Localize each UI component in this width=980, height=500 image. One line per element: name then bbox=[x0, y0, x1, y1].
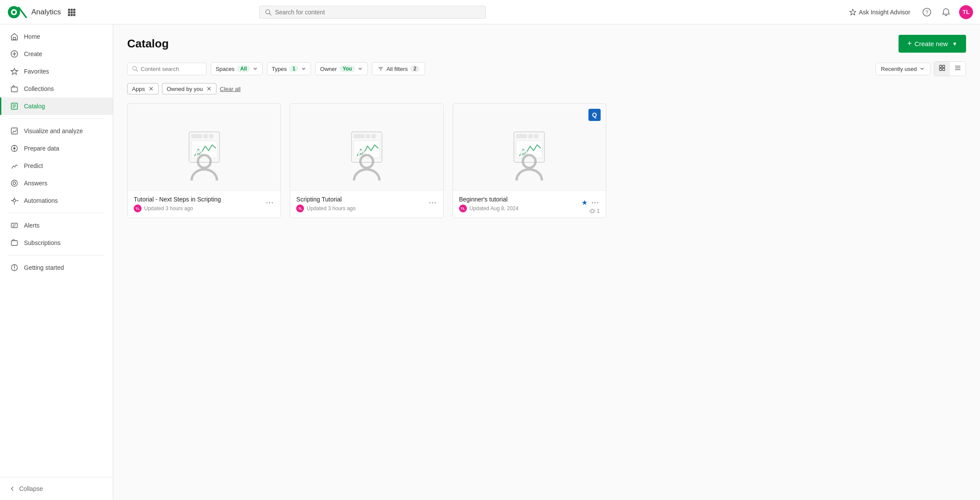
svg-rect-10 bbox=[68, 14, 70, 16]
app-logo[interactable]: Analytics bbox=[7, 5, 61, 19]
sidebar-item-create[interactable]: Create bbox=[0, 45, 113, 63]
sidebar-label-answers: Answers bbox=[24, 180, 47, 187]
card-owner-icon-1 bbox=[187, 149, 222, 186]
svg-rect-5 bbox=[71, 9, 73, 11]
sort-button[interactable]: Recently used bbox=[875, 63, 930, 75]
card-title-2: Scripting Tutorial bbox=[296, 196, 355, 203]
search-filter-icon bbox=[132, 66, 138, 72]
svg-text:?: ? bbox=[926, 10, 929, 16]
content-search-filter[interactable] bbox=[127, 63, 206, 75]
chevron-down-icon bbox=[253, 66, 258, 71]
svg-rect-51 bbox=[943, 68, 945, 70]
svg-rect-6 bbox=[73, 9, 75, 11]
list-icon bbox=[954, 64, 961, 71]
collections-icon bbox=[10, 84, 19, 93]
card-title-3: Beginner's tutorial bbox=[459, 196, 519, 203]
filter-tag-owned-by-you[interactable]: Owned by you ✕ bbox=[162, 83, 216, 94]
card-more-button-1[interactable]: ⋯ bbox=[265, 197, 274, 208]
topbar: Analytics Ask Insight Advisor ? TL bbox=[0, 0, 980, 24]
svg-rect-36 bbox=[11, 223, 17, 228]
svg-rect-50 bbox=[939, 68, 942, 70]
sidebar-item-home[interactable]: Home bbox=[0, 28, 113, 45]
svg-rect-65 bbox=[372, 134, 376, 138]
bell-icon bbox=[942, 8, 950, 17]
card-avatar-2: TL bbox=[296, 205, 304, 212]
all-filters-button[interactable]: All filters 2 bbox=[372, 62, 425, 75]
notifications-button[interactable] bbox=[940, 6, 952, 18]
svg-rect-48 bbox=[939, 65, 942, 67]
svg-rect-11 bbox=[71, 14, 73, 16]
card-avatar-3: TL bbox=[459, 205, 467, 212]
answers-icon bbox=[10, 179, 19, 188]
prepare-icon bbox=[10, 144, 19, 153]
sidebar-item-predict[interactable]: Predict bbox=[0, 157, 113, 174]
list-view-button[interactable] bbox=[950, 62, 966, 76]
predict-icon bbox=[10, 161, 19, 170]
sidebar-collapse-button[interactable]: Collapse bbox=[0, 481, 113, 497]
card-more-button-2[interactable]: ⋯ bbox=[428, 197, 437, 208]
filter-tag-apps[interactable]: Apps ✕ bbox=[127, 83, 159, 94]
star-icon bbox=[10, 67, 19, 76]
types-filter-button[interactable]: Types 1 bbox=[267, 62, 311, 75]
svg-point-35 bbox=[13, 199, 16, 202]
sidebar-item-alerts[interactable]: Alerts bbox=[0, 217, 113, 234]
svg-rect-4 bbox=[68, 9, 70, 11]
card-owner-icon-3 bbox=[512, 149, 547, 186]
card-preview-1 bbox=[128, 104, 280, 191]
sidebar-label-subscriptions: Subscriptions bbox=[24, 239, 61, 246]
sidebar-item-answers[interactable]: Answers bbox=[0, 174, 113, 192]
remove-apps-filter-icon[interactable]: ✕ bbox=[149, 85, 154, 92]
sidebar-item-getting-started[interactable]: Getting started bbox=[0, 259, 113, 276]
sidebar-item-subscriptions[interactable]: Subscriptions bbox=[0, 234, 113, 252]
app-name: Analytics bbox=[31, 8, 61, 17]
card-updated-2: Updated 3 hours ago bbox=[307, 205, 355, 211]
card-meta-2: TL Updated 3 hours ago bbox=[296, 205, 355, 212]
sidebar-item-collections[interactable]: Collections bbox=[0, 80, 113, 97]
sidebar-divider-2 bbox=[9, 213, 104, 213]
avatar[interactable]: TL bbox=[959, 5, 973, 19]
insight-icon bbox=[849, 9, 856, 16]
grid-menu-icon[interactable] bbox=[66, 8, 77, 17]
create-new-button[interactable]: + Create new ▼ bbox=[899, 35, 966, 53]
svg-point-2 bbox=[13, 10, 16, 13]
card-actions-1: ⋯ bbox=[265, 197, 274, 208]
card-star-button-3[interactable]: ★ bbox=[581, 198, 588, 208]
owner-badge: You bbox=[339, 65, 355, 72]
card-preview-2 bbox=[290, 104, 443, 191]
views-icon-3 bbox=[589, 208, 595, 214]
card-actions-3: ★ ⋯ bbox=[581, 197, 600, 208]
svg-rect-63 bbox=[354, 134, 365, 138]
sidebar-item-catalog[interactable]: Catalog bbox=[0, 97, 113, 115]
sidebar-item-prepare[interactable]: Prepare data bbox=[0, 140, 113, 157]
search-bar[interactable] bbox=[259, 6, 486, 19]
remove-owned-filter-icon[interactable]: ✕ bbox=[206, 85, 212, 92]
card-more-button-3[interactable]: ⋯ bbox=[590, 197, 600, 208]
app-card-3[interactable]: Q Beginner's tutorial TL Updated Aug 8, … bbox=[453, 103, 606, 218]
collapse-icon bbox=[9, 485, 16, 492]
visualize-icon bbox=[10, 127, 19, 135]
svg-point-61 bbox=[198, 155, 210, 168]
grid-view-button[interactable] bbox=[934, 62, 950, 76]
sidebar-item-visualize[interactable]: Visualize and analyze bbox=[0, 122, 113, 140]
sidebar-label-home: Home bbox=[24, 33, 40, 40]
sidebar-item-automations[interactable]: Automations bbox=[0, 192, 113, 209]
svg-rect-9 bbox=[73, 11, 75, 13]
search-input[interactable] bbox=[275, 9, 480, 16]
owner-filter-button[interactable]: Owner You bbox=[315, 62, 368, 75]
svg-rect-49 bbox=[943, 65, 945, 67]
insight-advisor-button[interactable]: Ask Insight Advisor bbox=[846, 7, 914, 17]
sidebar-label-create: Create bbox=[24, 50, 42, 57]
svg-line-14 bbox=[270, 13, 271, 15]
spaces-filter-button[interactable]: Spaces All bbox=[211, 62, 263, 75]
app-card-2[interactable]: Scripting Tutorial TL Updated 3 hours ag… bbox=[290, 103, 443, 218]
spaces-badge: All bbox=[237, 65, 250, 72]
content-search-input[interactable] bbox=[141, 66, 202, 72]
app-card-1[interactable]: Tutorial - Next Steps in Scripting TL Up… bbox=[127, 103, 281, 218]
svg-point-75 bbox=[523, 155, 536, 168]
clear-all-link[interactable]: Clear all bbox=[220, 86, 241, 92]
sidebar-item-favorites[interactable]: Favorites bbox=[0, 63, 113, 80]
sidebar-label-favorites: Favorites bbox=[24, 68, 49, 75]
svg-rect-72 bbox=[534, 134, 538, 138]
plus-icon-btn: + bbox=[907, 39, 912, 48]
help-button[interactable]: ? bbox=[921, 6, 933, 18]
